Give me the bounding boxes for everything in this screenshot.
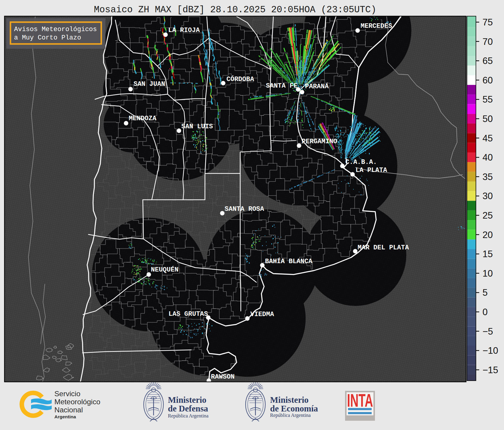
svg-text:BAHÍA BLANCA: BAHÍA BLANCA — [265, 257, 312, 265]
svg-text:Mosaico ZH MAX [dBZ] 28.10.202: Mosaico ZH MAX [dBZ] 28.10.2025 20:05HOA… — [94, 4, 376, 15]
svg-text:35: 35 — [482, 172, 493, 182]
svg-text:Meteorológico: Meteorológico — [54, 398, 100, 406]
svg-text:LAS GRUTAS: LAS GRUTAS — [168, 310, 208, 318]
svg-text:0: 0 — [482, 307, 488, 317]
svg-text:RAWSON: RAWSON — [211, 373, 235, 381]
svg-text:SAN JUAN: SAN JUAN — [134, 80, 165, 88]
svg-text:45: 45 — [482, 133, 493, 144]
svg-text:−5: −5 — [482, 326, 493, 337]
svg-text:50: 50 — [482, 114, 493, 124]
svg-text:VIEDMA: VIEDMA — [250, 311, 274, 318]
svg-text:−10: −10 — [482, 345, 498, 356]
svg-text:LA PLATA: LA PLATA — [356, 167, 387, 174]
svg-text:55: 55 — [482, 94, 493, 105]
svg-text:SANTA ROSA: SANTA ROSA — [225, 205, 264, 213]
svg-text:MAR DEL PLATA: MAR DEL PLATA — [358, 244, 409, 251]
svg-text:SAN LUIS: SAN LUIS — [181, 123, 213, 130]
svg-text:70: 70 — [482, 36, 493, 47]
svg-text:NEUQUÉN: NEUQUÉN — [151, 266, 178, 274]
svg-text:Nacional: Nacional — [54, 406, 83, 414]
svg-text:30: 30 — [482, 191, 493, 201]
svg-text:25: 25 — [482, 210, 493, 221]
svg-text:CÓRDOBA: CÓRDOBA — [226, 75, 254, 83]
svg-text:60: 60 — [482, 75, 493, 86]
svg-text:de Defensa: de Defensa — [168, 404, 208, 413]
svg-text:Servicio: Servicio — [54, 390, 80, 398]
svg-text:75: 75 — [482, 17, 493, 28]
svg-text:15: 15 — [482, 249, 493, 259]
svg-text:LA RIOJA: LA RIOJA — [168, 27, 200, 34]
svg-text:20: 20 — [482, 230, 493, 240]
svg-text:República Argentina: República Argentina — [270, 412, 311, 418]
svg-text:a Muy Corto Plazo: a Muy Corto Plazo — [14, 34, 81, 42]
svg-text:Ministerio: Ministerio — [270, 395, 309, 405]
svg-text:40: 40 — [482, 152, 493, 163]
svg-text:MENDOZA: MENDOZA — [129, 115, 157, 122]
svg-text:de Economía: de Economía — [270, 404, 318, 413]
svg-text:5: 5 — [482, 287, 488, 298]
svg-text:PERGAMINO: PERGAMINO — [302, 138, 337, 145]
svg-text:Avisos Meteorológicos: Avisos Meteorológicos — [14, 26, 97, 33]
svg-text:10: 10 — [482, 268, 493, 279]
svg-text:PARANÁ: PARANÁ — [305, 83, 329, 90]
svg-text:Ministerio: Ministerio — [168, 395, 206, 405]
svg-text:C.A.B.A.: C.A.B.A. — [345, 158, 377, 166]
svg-text:Argentina: Argentina — [54, 414, 76, 419]
svg-text:República Argentina: República Argentina — [168, 413, 209, 419]
svg-text:INTA: INTA — [347, 390, 373, 411]
svg-text:−15: −15 — [482, 365, 498, 375]
svg-text:MERCEDES: MERCEDES — [361, 22, 392, 30]
svg-text:65: 65 — [482, 56, 493, 66]
svg-text:SANTA FE: SANTA FE — [266, 82, 298, 90]
